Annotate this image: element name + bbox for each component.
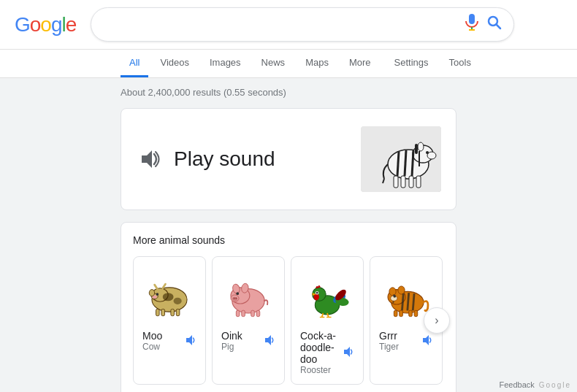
svg-point-11 bbox=[418, 142, 424, 151]
svg-point-42 bbox=[235, 298, 237, 299]
rooster-sound: Cock-a-doodle-doo bbox=[300, 330, 343, 365]
pig-species: Pig bbox=[221, 342, 242, 352]
tab-more[interactable]: More bbox=[340, 50, 380, 77]
results-area: About 2,400,000 results (0.55 seconds) P… bbox=[0, 78, 577, 392]
logo-letter-e: e bbox=[66, 13, 77, 36]
svg-rect-45 bbox=[251, 310, 255, 316]
cow-species: Cow bbox=[142, 342, 162, 352]
search-icons bbox=[465, 14, 502, 35]
animal-card-rooster[interactable]: Cock-a-doodle-doo Rooster bbox=[291, 256, 364, 385]
pig-image bbox=[221, 266, 275, 324]
search-input[interactable]: what sound does a zebra make bbox=[103, 18, 465, 31]
more-animals-section: More animal sounds bbox=[121, 222, 456, 392]
play-sound-left: Play sound bbox=[136, 146, 275, 172]
svg-rect-30 bbox=[171, 309, 175, 315]
svg-rect-77 bbox=[409, 310, 413, 316]
svg-line-16 bbox=[397, 152, 399, 176]
tiger-sound: Grrr bbox=[379, 330, 399, 342]
svg-line-71 bbox=[402, 293, 403, 310]
tab-news[interactable]: News bbox=[253, 50, 294, 77]
svg-rect-46 bbox=[256, 310, 260, 316]
svg-rect-31 bbox=[176, 309, 180, 315]
svg-rect-76 bbox=[400, 310, 403, 316]
cow-speaker-icon[interactable] bbox=[185, 334, 196, 348]
play-sound-card[interactable]: Play sound bbox=[121, 108, 456, 210]
pig-info: Oink Pig bbox=[221, 330, 242, 352]
svg-rect-28 bbox=[156, 309, 160, 315]
animal-card-pig[interactable]: Oink Pig bbox=[212, 256, 285, 385]
animal-card-cow[interactable]: Moo Cow bbox=[133, 256, 206, 385]
rooster-species: Rooster bbox=[300, 365, 343, 375]
svg-point-34 bbox=[156, 293, 159, 296]
cow-sound: Moo bbox=[142, 330, 162, 342]
feedback-bar: Feedback Google bbox=[499, 380, 571, 389]
svg-rect-43 bbox=[236, 310, 240, 316]
logo-letter-g2: g bbox=[51, 13, 62, 36]
svg-rect-13 bbox=[401, 176, 405, 188]
search-button[interactable] bbox=[487, 15, 502, 34]
pig-speaker-icon[interactable] bbox=[264, 334, 275, 348]
svg-point-26 bbox=[163, 293, 174, 301]
tiger-speaker-icon[interactable] bbox=[421, 334, 433, 348]
logo-letter-o1: o bbox=[30, 13, 41, 36]
gpay-logo: Google bbox=[539, 381, 571, 389]
svg-point-80 bbox=[393, 295, 396, 298]
svg-point-49 bbox=[236, 292, 239, 295]
search-box[interactable]: what sound does a zebra make bbox=[91, 7, 514, 42]
svg-rect-15 bbox=[416, 176, 421, 188]
rooster-speaker-icon[interactable] bbox=[343, 346, 354, 360]
tab-videos[interactable]: Videos bbox=[151, 50, 198, 77]
speaker-icon-large bbox=[136, 146, 162, 172]
google-logo: Google bbox=[15, 13, 76, 36]
logo-letter-g: G bbox=[15, 13, 30, 36]
svg-line-72 bbox=[408, 293, 409, 310]
tab-all[interactable]: All bbox=[121, 50, 148, 77]
tiger-info: Grrr Tiger bbox=[379, 330, 399, 352]
animal-cards-container: Moo Cow bbox=[133, 256, 444, 385]
svg-rect-29 bbox=[161, 309, 165, 315]
more-animals-title: More animal sounds bbox=[133, 234, 444, 246]
tab-settings[interactable]: Settings bbox=[386, 50, 437, 77]
svg-rect-78 bbox=[414, 310, 418, 316]
svg-point-70 bbox=[398, 286, 405, 294]
next-arrow[interactable]: › bbox=[424, 307, 450, 334]
svg-marker-36 bbox=[186, 335, 192, 345]
svg-line-18 bbox=[412, 150, 413, 176]
pig-sound: Oink bbox=[221, 330, 242, 342]
svg-rect-12 bbox=[394, 176, 398, 188]
svg-point-27 bbox=[174, 298, 182, 304]
rooster-card-bottom: Cock-a-doodle-doo Rooster bbox=[300, 330, 354, 375]
rooster-info: Cock-a-doodle-doo Rooster bbox=[300, 330, 343, 375]
cow-card-bottom: Moo Cow bbox=[142, 330, 196, 352]
play-sound-title: Play sound bbox=[174, 147, 275, 171]
tab-images[interactable]: Images bbox=[201, 50, 250, 77]
svg-rect-44 bbox=[242, 310, 245, 316]
pig-card-bottom: Oink Pig bbox=[221, 330, 275, 352]
header: Google what sound does a zebra make bbox=[0, 0, 577, 50]
svg-line-4 bbox=[497, 25, 501, 29]
mic-icon[interactable] bbox=[465, 14, 478, 35]
logo-letter-o2: o bbox=[40, 13, 51, 36]
animal-cards-wrapper: Moo Cow bbox=[133, 256, 444, 385]
tab-tools[interactable]: Tools bbox=[440, 50, 480, 77]
svg-line-73 bbox=[413, 293, 414, 310]
cow-image bbox=[142, 266, 196, 324]
tiger-species: Tiger bbox=[379, 342, 399, 352]
svg-marker-81 bbox=[423, 335, 429, 345]
svg-rect-75 bbox=[394, 310, 397, 316]
nav-right: Settings Tools bbox=[386, 50, 480, 77]
svg-rect-14 bbox=[409, 176, 413, 188]
svg-marker-50 bbox=[265, 335, 271, 345]
zebra-image bbox=[361, 126, 441, 192]
svg-point-40 bbox=[232, 297, 237, 301]
results-count: About 2,400,000 results (0.55 seconds) bbox=[121, 87, 456, 98]
tab-maps[interactable]: Maps bbox=[297, 50, 337, 77]
rooster-image bbox=[300, 266, 354, 324]
cow-info: Moo Cow bbox=[142, 330, 162, 352]
svg-rect-0 bbox=[469, 14, 475, 24]
feedback-text[interactable]: Feedback bbox=[499, 380, 534, 389]
svg-marker-5 bbox=[142, 150, 152, 168]
svg-point-69 bbox=[389, 288, 396, 296]
svg-point-59 bbox=[316, 292, 318, 294]
svg-point-20 bbox=[426, 151, 429, 154]
